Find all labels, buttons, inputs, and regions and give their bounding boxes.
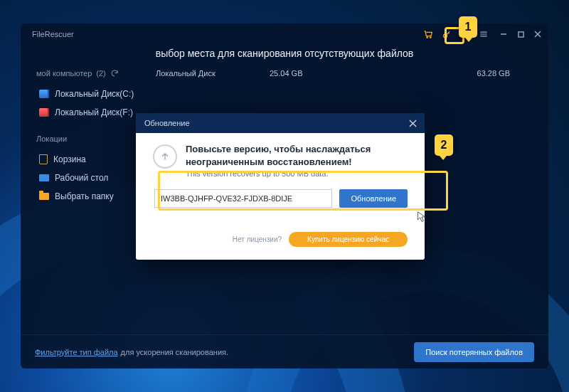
close-button[interactable] (533, 29, 543, 39)
section-count: (2) (96, 69, 105, 78)
drive-label: Локальный Диск(F:) (55, 107, 133, 117)
scan-button[interactable]: Поиск потерянных файлов (414, 342, 534, 362)
maximize-button[interactable] (516, 29, 526, 39)
annotation-callout-1: 1 (459, 16, 477, 38)
location-label: Рабочий стол (55, 173, 108, 183)
app-title: FileRescuer (32, 30, 74, 38)
footer: Фильтруйте тип файла для ускорения скани… (21, 334, 548, 369)
location-choose-folder[interactable]: Выбрать папку (36, 187, 150, 206)
modal-titlebar: Обновление (136, 113, 425, 133)
window-controls (499, 29, 543, 39)
upgrade-button[interactable]: Обновление (339, 189, 408, 208)
modal-heading: Повысьте версию, чтобы наслаждаться неог… (186, 143, 408, 168)
section-label: Локации (36, 134, 67, 143)
minimize-button[interactable] (499, 29, 509, 39)
refresh-icon[interactable] (110, 69, 119, 78)
footer-text: для ускорения сканирования. (121, 348, 228, 356)
annotation-callout-2: 2 (435, 134, 453, 156)
drive-label: Локальный Диск(C:) (55, 89, 134, 99)
drive-total: 63.28 GB (383, 69, 531, 78)
page-title: выбор места для сканирования отсутствующ… (21, 45, 548, 69)
cart-icon[interactable] (420, 26, 436, 42)
drive-used: 25.04 GB (270, 69, 383, 78)
drive-item-c[interactable]: Локальный Диск(C:) (36, 85, 150, 103)
drive-row: Локальный Диск 25.04 GB 63.28 GB (150, 69, 537, 83)
section-label: мой компьютер (36, 69, 92, 78)
location-label: Корзина (53, 154, 86, 164)
svg-rect-3 (518, 31, 523, 36)
trash-icon (39, 154, 48, 164)
modal-title-text: Обновление (144, 119, 190, 127)
drive-item-f[interactable]: Локальный Диск(F:) (36, 103, 150, 122)
hdd-icon (39, 108, 49, 117)
no-license-text: Нет лицензии? (233, 235, 282, 243)
buy-license-button[interactable]: Купить лицензию сейчас (289, 232, 408, 247)
license-input[interactable] (154, 189, 332, 208)
location-trash[interactable]: Корзина (36, 150, 150, 169)
modal-subtext: This version recovers up to 500 MB data. (186, 169, 408, 178)
svg-point-1 (430, 37, 431, 38)
location-desktop[interactable]: Рабочий стол (36, 169, 150, 187)
drive-type: Локальный Диск (156, 69, 270, 78)
svg-point-2 (443, 33, 447, 37)
upgrade-modal: Обновление Повысьте версию, чтобы наслаж… (136, 113, 425, 260)
section-locations: Локации (36, 134, 150, 143)
menu-icon[interactable] (476, 26, 491, 42)
key-icon[interactable] (439, 26, 454, 42)
hdd-icon (39, 90, 49, 98)
desktop-icon (39, 174, 49, 181)
modal-close-button[interactable] (406, 117, 419, 129)
svg-point-0 (427, 37, 427, 38)
location-label: Выбрать папку (55, 191, 114, 201)
upgrade-badge-icon (153, 144, 177, 169)
filter-link[interactable]: Фильтруйте тип файла (35, 348, 118, 356)
section-my-computer: мой компьютер (2) (36, 69, 150, 78)
folder-icon (39, 193, 49, 200)
